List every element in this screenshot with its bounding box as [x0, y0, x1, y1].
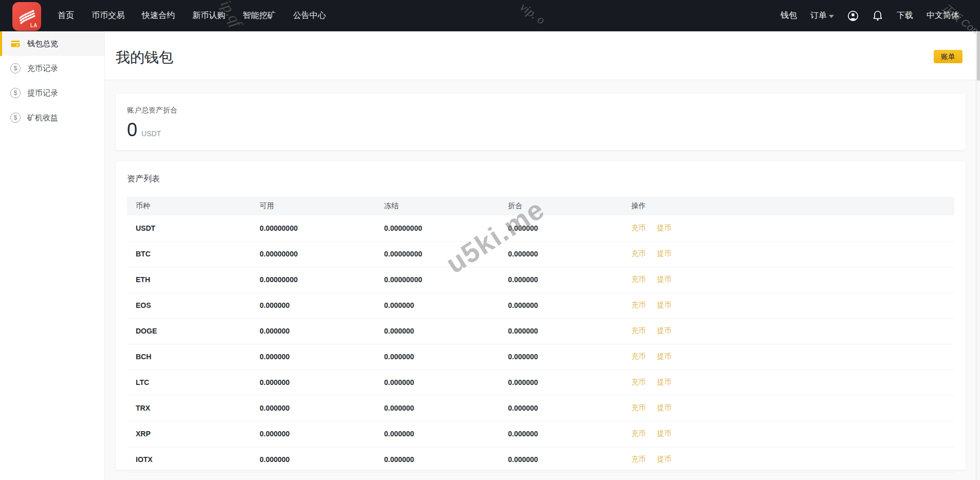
dollar-circle-icon	[10, 63, 21, 73]
table-row: EOS 0.000000 0.000000 0.000000 充币提币	[127, 292, 954, 318]
withdraw-link[interactable]: 提币	[657, 455, 672, 463]
coin-name: BTC	[127, 241, 251, 267]
converted-value: 0.000000	[499, 395, 623, 421]
sidebar-item-label: 提币记录	[27, 88, 58, 98]
table-row: USDT 0.00000000 0.00000000 0.000000 充币提币	[127, 215, 954, 241]
sidebar-item-miner-income[interactable]: 矿机收益	[0, 105, 104, 130]
converted-value: 0.000000	[499, 370, 623, 395]
chevron-down-icon	[829, 15, 834, 18]
available-value: 0.000000	[251, 395, 375, 421]
frozen-value: 0.000000	[375, 344, 499, 370]
converted-value: 0.000000	[499, 447, 623, 472]
bill-button[interactable]: 账单	[934, 50, 963, 63]
total-assets-value: 0	[127, 119, 137, 141]
asset-list-card: 资产列表 币种 可用 冻结 折合 操作 USDT	[116, 161, 966, 470]
frozen-value: 0.00000000	[375, 215, 499, 241]
coin-name: USDT	[127, 215, 251, 241]
deposit-link[interactable]: 充币	[631, 403, 646, 412]
coin-name: DOGE	[127, 318, 251, 344]
main-menu: 首页 币币交易 快速合约 新币认购 智能挖矿 公告中心	[58, 10, 326, 21]
deposit-link[interactable]: 充币	[631, 249, 646, 257]
deposit-link[interactable]: 充币	[631, 455, 646, 463]
converted-value: 0.000000	[499, 421, 623, 447]
available-value: 0.00000000	[251, 241, 375, 267]
withdraw-link[interactable]: 提币	[657, 378, 672, 386]
scrollbar-thumb[interactable]	[977, 31, 980, 81]
withdraw-link[interactable]: 提币	[657, 249, 672, 257]
nav-item-smart-mining[interactable]: 智能挖矿	[243, 10, 276, 21]
asset-table: 币种 可用 冻结 折合 操作 USDT 0.00000000 0.0000000…	[127, 197, 954, 473]
coin-name: BCH	[127, 344, 251, 370]
asset-table-header: 币种 可用 冻结 折合 操作	[127, 197, 954, 215]
content-area: 账户总资产折合 0 USDT 资产列表 币种 可用 冻结 折合	[105, 80, 976, 470]
withdraw-link[interactable]: 提币	[657, 352, 672, 360]
total-assets-card: 账户总资产折合 0 USDT	[116, 94, 966, 150]
page-header: 我的钱包 账单	[105, 31, 976, 80]
app-window: LA 首页 币币交易 快速合约 新币认购 智能挖矿 公告中心 钱包 订单	[0, 0, 980, 480]
col-coin: 币种	[127, 197, 251, 215]
deposit-link[interactable]: 充币	[631, 275, 646, 283]
wallet-sidebar: 钱包总览 充币记录 提币记录 矿机收益	[0, 31, 105, 480]
converted-value: 0.000000	[499, 318, 623, 344]
nav-item-fast-contract[interactable]: 快速合约	[142, 10, 175, 21]
nav-item-spot-trade[interactable]: 币币交易	[92, 10, 124, 21]
total-assets-unit: USDT	[141, 130, 161, 138]
sidebar-item-label: 充币记录	[27, 64, 58, 73]
frozen-value: 0.000000	[375, 395, 499, 421]
nav-item-wallet[interactable]: 钱包	[781, 10, 797, 21]
withdraw-link[interactable]: 提币	[657, 224, 672, 232]
coin-name: EOS	[127, 292, 251, 318]
language-selector[interactable]: 中文简体	[927, 10, 959, 21]
converted-value: 0.000000	[499, 215, 623, 241]
table-row: IOTX 0.000000 0.000000 0.000000 充币提币	[127, 447, 954, 472]
available-value: 0.000000	[251, 344, 375, 370]
user-avatar-icon[interactable]	[847, 10, 859, 22]
nav-item-announcements[interactable]: 公告中心	[293, 10, 326, 21]
converted-value: 0.000000	[499, 241, 623, 267]
converted-value: 0.000000	[499, 267, 623, 292]
deposit-link[interactable]: 充币	[631, 326, 646, 335]
vertical-scrollbar[interactable]	[976, 31, 980, 480]
nav-item-home[interactable]: 首页	[58, 10, 74, 21]
withdraw-link[interactable]: 提币	[657, 275, 672, 283]
sidebar-item-label: 钱包总览	[27, 39, 58, 49]
withdraw-link[interactable]: 提币	[657, 326, 672, 335]
coin-name: IOTX	[127, 447, 251, 472]
top-navbar: LA 首页 币币交易 快速合约 新币认购 智能挖矿 公告中心 钱包 订单	[0, 0, 980, 31]
total-assets-label: 账户总资产折合	[127, 106, 954, 115]
col-available: 可用	[251, 197, 375, 215]
withdraw-link[interactable]: 提币	[657, 301, 672, 309]
sidebar-item-label: 矿机收益	[27, 113, 58, 123]
available-value: 0.00000000	[251, 267, 375, 292]
deposit-link[interactable]: 充币	[631, 429, 646, 437]
deposit-link[interactable]: 充币	[631, 352, 646, 360]
dollar-circle-icon	[10, 88, 21, 98]
frozen-value: 0.000000	[375, 318, 499, 344]
brand-logo[interactable]: LA	[12, 2, 41, 31]
table-row: BTC 0.00000000 0.00000000 0.000000 充币提币	[127, 241, 954, 267]
dollar-circle-icon	[10, 113, 21, 123]
sidebar-item-deposit-records[interactable]: 充币记录	[0, 56, 104, 81]
nav-item-orders[interactable]: 订单	[810, 10, 834, 21]
nav-item-download[interactable]: 下载	[897, 10, 913, 21]
withdraw-link[interactable]: 提币	[657, 403, 672, 412]
deposit-link[interactable]: 充币	[631, 378, 646, 386]
nav-item-new-coin[interactable]: 新币认购	[192, 10, 225, 21]
col-frozen: 冻结	[375, 197, 499, 215]
table-row: BCH 0.000000 0.000000 0.000000 充币提币	[127, 344, 954, 370]
notification-bell-icon[interactable]	[872, 10, 883, 22]
available-value: 0.000000	[251, 421, 375, 447]
page-title: 我的钱包	[116, 48, 173, 67]
available-value: 0.000000	[251, 370, 375, 395]
deposit-link[interactable]: 充币	[631, 224, 646, 232]
withdraw-link[interactable]: 提币	[657, 429, 672, 437]
sidebar-item-wallet-overview[interactable]: 钱包总览	[0, 31, 104, 56]
col-actions: 操作	[623, 197, 954, 215]
logo-text: LA	[30, 23, 38, 28]
converted-value: 0.000000	[499, 344, 623, 370]
deposit-link[interactable]: 充币	[631, 301, 646, 309]
available-value: 0.00000000	[251, 215, 375, 241]
frozen-value: 0.000000	[375, 292, 499, 318]
sidebar-item-withdraw-records[interactable]: 提币记录	[0, 81, 104, 105]
frozen-value: 0.000000	[375, 447, 499, 472]
